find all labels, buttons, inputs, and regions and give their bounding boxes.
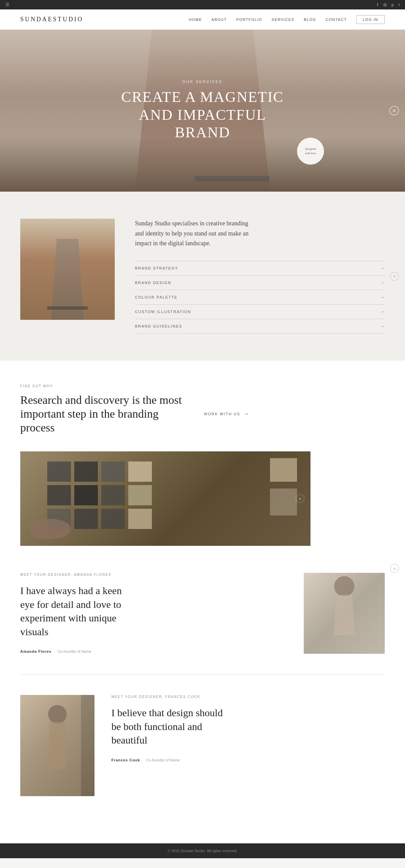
shelf-background <box>81 695 94 796</box>
designer-text-frances: MEET YOUR DESIGNER, FRANCES COOK I belie… <box>111 695 385 763</box>
find-title-row: Research and discovery is the most impor… <box>20 393 385 435</box>
work-with-us-cta[interactable]: WORK WITH US → <box>204 411 250 417</box>
work-with-us-label: WORK WITH US <box>204 412 240 416</box>
top-bar: ☰ f ◎ p t <box>0 0 405 9</box>
social-icons: f ◎ p t <box>377 2 400 7</box>
services-laptop-shape <box>47 306 88 310</box>
service-item-brand-strategy[interactable]: BRAND STRATEGY → <box>135 261 385 275</box>
service-item-colour-palette[interactable]: COLOUR PALETTE → <box>135 290 385 304</box>
services-scroll-indicator[interactable]: ⊕ <box>390 272 399 281</box>
sample-8 <box>128 485 152 505</box>
work-with-us-arrow: → <box>244 411 250 417</box>
nav-home[interactable]: HOME <box>189 18 202 22</box>
site-footer: © 2023 Sundae Studio. All rights reserve… <box>0 843 405 858</box>
service-item-brand-design[interactable]: BRAND DESIGN → <box>135 275 385 290</box>
service-name-brand-guidelines: BRAND GUIDELINES <box>135 324 182 328</box>
designer-name-amanda: Amanda Flores <box>20 649 51 653</box>
nav-services[interactable]: SERVICES <box>272 18 294 22</box>
service-arrow-3: → <box>380 309 385 314</box>
sample-box-right-1 <box>270 458 297 482</box>
services-description: Sunday Studio specialises in creative br… <box>135 219 256 249</box>
designer-block-frances: MEET YOUR DESIGNER, FRANCES COOK I belie… <box>20 695 385 816</box>
service-name-brand-strategy: BRAND STRATEGY <box>135 266 178 270</box>
services-content: Sunday Studio specialises in creative br… <box>135 219 385 334</box>
discovery-image: ⊕ <box>20 451 310 546</box>
find-label: FIND OUT WHY <box>20 384 385 388</box>
designer-block-amanda: MEET YOUR DESIGNER, AMANDA FLORES I have… <box>20 573 385 674</box>
nav-portfolio[interactable]: PORTFOLIO <box>236 18 262 22</box>
sample-box-right-2 <box>270 488 297 515</box>
photo-body-shape <box>331 595 358 635</box>
material-samples-grid <box>47 461 152 529</box>
services-image <box>20 219 115 320</box>
hand-shape <box>30 519 71 539</box>
sample-11 <box>101 509 125 529</box>
service-item-brand-guidelines[interactable]: BRAND GUIDELINES → <box>135 319 385 334</box>
sample-12 <box>128 509 152 529</box>
hero-badge: designedwith love <box>297 138 324 165</box>
main-nav: SUNDAESTUDIO HOME ABOUT PORTFOLIO SERVIC… <box>0 9 405 30</box>
site-logo[interactable]: SUNDAESTUDIO <box>20 16 83 23</box>
designer-section: MEET YOUR DESIGNER, AMANDA FLORES I have… <box>0 546 405 843</box>
services-section: Sunday Studio specialises in creative br… <box>0 192 405 361</box>
menu-icon[interactable]: ☰ <box>5 2 9 7</box>
facebook-icon[interactable]: f <box>377 2 378 7</box>
designer-scroll-indicator[interactable]: ⊕ <box>390 564 399 573</box>
find-title: Research and discovery is the most impor… <box>20 393 196 435</box>
hero-title: CREATE A MAGNETIC AND IMPACTFUL BRAND <box>118 88 287 142</box>
discovery-scroll-indicator[interactable]: ⊕ <box>296 494 304 503</box>
hero-section: OUR SERVICES CREATE A MAGNETIC AND IMPAC… <box>0 30 405 192</box>
hero-subtitle: OUR SERVICES <box>118 80 287 84</box>
designer-text-amanda: MEET YOUR DESIGNER, AMANDA FLORES I have… <box>20 573 287 654</box>
designer-label-frances: MEET YOUR DESIGNER, FRANCES COOK <box>111 695 385 699</box>
hero-content: OUR SERVICES CREATE A MAGNETIC AND IMPAC… <box>118 80 287 142</box>
scroll-indicator[interactable]: ⊕ <box>389 106 399 115</box>
designer-label-amanda: MEET YOUR DESIGNER, AMANDA FLORES <box>20 573 287 577</box>
sample-7 <box>101 485 125 505</box>
frances-head-shape <box>48 705 67 724</box>
designer-quote-frances: I believe that design should be both fun… <box>111 706 226 747</box>
sample-1 <box>47 461 71 482</box>
nav-contact[interactable]: CONTACT <box>326 18 347 22</box>
photo-head-shape <box>334 576 354 596</box>
service-name-colour-palette: COLOUR PALETTE <box>135 295 178 299</box>
nav-blog[interactable]: BLOG <box>304 18 316 22</box>
footer-text: © 2023 Sundae Studio. All rights reserve… <box>167 849 237 853</box>
service-arrow-4: → <box>380 324 385 329</box>
twitter-icon[interactable]: t <box>398 2 400 7</box>
service-item-custom-illustration[interactable]: CUSTOM ILLUSTRATION → <box>135 304 385 319</box>
service-name-custom-illustration: CUSTOM ILLUSTRATION <box>135 310 191 314</box>
frances-body-shape <box>44 722 71 769</box>
sample-6 <box>74 485 98 505</box>
designer-name-frances: Frances Cook <box>111 758 140 762</box>
designer-credits-frances: Frances Cook Co-founder of Name <box>111 757 385 763</box>
sample-4 <box>128 461 152 482</box>
sample-2 <box>74 461 98 482</box>
designer-role-frances: Co-founder of Name <box>146 758 180 762</box>
hero-badge-text: designedwith love <box>305 147 316 155</box>
designer-photo-frances <box>20 695 94 796</box>
designer-photo-amanda <box>304 573 385 654</box>
service-arrow-1: → <box>380 280 385 285</box>
designer-role-amanda: Co-founder of Name <box>57 649 91 653</box>
nav-about[interactable]: ABOUT <box>212 18 227 22</box>
service-arrow-0: → <box>380 265 385 271</box>
pinterest-icon[interactable]: p <box>392 2 394 7</box>
find-section: FIND OUT WHY Research and discovery is t… <box>0 361 405 546</box>
login-button[interactable]: LOG IN <box>356 15 385 24</box>
hero-laptop <box>195 176 269 181</box>
sample-10 <box>74 509 98 529</box>
service-name-brand-design: BRAND DESIGN <box>135 281 171 285</box>
instagram-icon[interactable]: ◎ <box>383 2 387 7</box>
nav-links: HOME ABOUT PORTFOLIO SERVICES BLOG CONTA… <box>189 15 385 24</box>
designer-divider <box>20 674 385 675</box>
designer-quote-amanda: I have always had a keen eye for detail … <box>20 584 135 639</box>
sample-3 <box>101 461 125 482</box>
sample-5 <box>47 485 71 505</box>
hero-desk-shadow <box>0 138 405 192</box>
designer-credits-amanda: Amanda Flores Co-founder of Name <box>20 648 287 654</box>
service-arrow-2: → <box>380 295 385 300</box>
